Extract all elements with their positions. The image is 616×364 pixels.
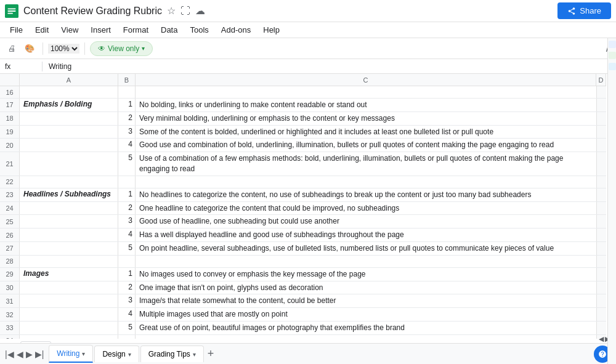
cell-score[interactable]: 3 — [118, 215, 136, 228]
paint-format-button[interactable]: 🎨 — [22, 42, 38, 55]
sidebar-check-icon[interactable] — [609, 52, 616, 59]
bottom-bar: |◀ ◀ ▶ ▶| Writing ▾ Design ▾ Grading Tip… — [0, 343, 616, 364]
cell-score[interactable]: 2 — [118, 112, 136, 125]
cell-score[interactable] — [118, 256, 136, 267]
cell-category[interactable]: Headlines / Subheadings — [20, 188, 118, 201]
cloud-icon[interactable]: ☁ — [195, 5, 205, 17]
rows-container: 16 17 Emphasis / Bolding 1 No bolding, l… — [0, 86, 606, 339]
tab-grading-tips[interactable]: Grading Tips ▾ — [140, 346, 204, 362]
cell-description[interactable]: Good use of headline, one subheading but… — [136, 215, 596, 228]
zoom-select[interactable]: 100% 75% 150% — [48, 44, 79, 54]
cell-score[interactable]: 5 — [118, 152, 136, 176]
cell-category[interactable] — [20, 308, 118, 321]
cell-category[interactable] — [20, 112, 118, 125]
cell-category[interactable] — [20, 242, 118, 255]
cell-score[interactable] — [118, 335, 136, 339]
view-only-button[interactable]: 👁 View only ▾ — [90, 41, 153, 56]
share-icon — [567, 7, 576, 15]
cell-description[interactable]: On point headline, several subheadings, … — [136, 242, 596, 255]
cell-score[interactable]: 2 — [118, 202, 136, 215]
cell-category[interactable] — [20, 139, 118, 152]
cell-description[interactable]: Use of a combination of a few emphasis m… — [136, 152, 596, 176]
table-row: 33 5 Great use of on point, beautiful im… — [0, 322, 606, 335]
print-button[interactable]: 🖨 — [5, 42, 19, 55]
cell-score[interactable]: 1 — [118, 99, 136, 111]
sidebar-edit-icon[interactable] — [609, 63, 616, 70]
cell-category[interactable] — [20, 335, 118, 339]
cell-description[interactable]: Image/s that relate somewhat to the cont… — [136, 294, 596, 307]
cell-description[interactable]: One image that isn't on point, glyphs us… — [136, 281, 596, 294]
menu-tools[interactable]: Tools — [185, 24, 213, 36]
menu-view[interactable]: View — [56, 24, 83, 36]
tab-writing[interactable]: Writing ▾ — [49, 345, 93, 363]
row-number: 29 — [0, 268, 20, 281]
cell-description[interactable]: Very minimal bolding, underlining or emp… — [136, 112, 596, 125]
explore-icon — [598, 350, 607, 358]
cell-description[interactable] — [136, 335, 596, 339]
cell-category[interactable] — [20, 202, 118, 215]
cell-score[interactable]: 2 — [118, 281, 136, 294]
cell-category[interactable] — [20, 281, 118, 294]
cell-score[interactable]: 1 — [118, 188, 136, 201]
folder-icon[interactable]: ⛶ — [180, 6, 190, 17]
star-icon[interactable]: ☆ — [167, 5, 176, 17]
table-row: 18 2 Very minimal bolding, underlining o… — [0, 112, 606, 126]
add-sheet-button[interactable]: + — [205, 345, 217, 363]
tab-writing-arrow: ▾ — [82, 350, 85, 357]
sheet-nav-first[interactable]: |◀ — [5, 349, 14, 359]
cell-category[interactable] — [20, 322, 118, 334]
share-button[interactable]: Share — [557, 2, 611, 19]
cell-description[interactable]: Has a well displayed headline and good u… — [136, 229, 596, 241]
menu-addons[interactable]: Add-ons — [216, 24, 256, 36]
menu-data[interactable]: Data — [156, 24, 182, 36]
menu-insert[interactable]: Insert — [86, 24, 116, 36]
cell-score[interactable]: 3 — [118, 294, 136, 307]
cell-description[interactable]: One headline to categorize the content t… — [136, 202, 596, 215]
cell-category[interactable] — [20, 256, 118, 267]
cell-description[interactable]: Multiple images used that are mostly on … — [136, 308, 596, 321]
cell-description[interactable]: Good use and combination of bold, underl… — [136, 139, 596, 152]
cell-reference[interactable] — [5, 62, 36, 71]
cell-description[interactable] — [136, 176, 596, 188]
share-label: Share — [580, 6, 601, 15]
table-row: 29 Images 1 No images used to convey or … — [0, 268, 606, 281]
sheet-nav-next[interactable]: ▶ — [26, 349, 33, 359]
sheet-nav-last[interactable]: ▶| — [35, 349, 44, 359]
scroll-left-arrow[interactable]: ◀ — [599, 335, 604, 343]
menu-edit[interactable]: Edit — [30, 24, 54, 36]
cell-score[interactable] — [118, 86, 136, 98]
cell-description[interactable]: No bolding, links or underlining to make… — [136, 99, 596, 111]
menu-format[interactable]: Format — [118, 24, 153, 36]
tab-grading-tips-arrow: ▾ — [193, 351, 196, 358]
cell-category[interactable]: Emphasis / Bolding — [20, 99, 118, 111]
cell-category[interactable] — [20, 126, 118, 139]
cell-category[interactable] — [20, 152, 118, 176]
tab-design[interactable]: Design ▾ — [94, 346, 139, 362]
cell-score[interactable] — [118, 176, 136, 188]
cell-score[interactable]: 3 — [118, 126, 136, 139]
cell-score[interactable]: 5 — [118, 242, 136, 255]
sidebar-comments-icon[interactable] — [609, 41, 616, 48]
cell-description[interactable] — [136, 86, 596, 98]
sheets-icon — [5, 4, 18, 18]
cell-category[interactable] — [20, 86, 118, 98]
cell-category[interactable] — [20, 176, 118, 188]
cell-category[interactable] — [20, 294, 118, 307]
cell-category[interactable] — [20, 229, 118, 241]
cell-category[interactable]: Images — [20, 268, 118, 281]
cell-description[interactable]: Some of the content is bolded, underline… — [136, 126, 596, 139]
table-row: 17 Emphasis / Bolding 1 No bolding, link… — [0, 99, 606, 112]
cell-description[interactable] — [136, 256, 596, 267]
cell-score[interactable]: 4 — [118, 139, 136, 152]
cell-description[interactable]: Great use of on point, beautiful images … — [136, 322, 596, 334]
cell-score[interactable]: 4 — [118, 229, 136, 241]
cell-score[interactable]: 5 — [118, 322, 136, 334]
cell-description[interactable]: No headlines to categorize the content, … — [136, 188, 596, 201]
sheet-nav-prev[interactable]: ◀ — [17, 349, 23, 359]
menu-help[interactable]: Help — [258, 24, 285, 36]
menu-file[interactable]: File — [5, 24, 28, 36]
cell-description[interactable]: No images used to convey or emphasis the… — [136, 268, 596, 281]
cell-score[interactable]: 1 — [118, 268, 136, 281]
cell-score[interactable]: 4 — [118, 308, 136, 321]
cell-category[interactable] — [20, 215, 118, 228]
